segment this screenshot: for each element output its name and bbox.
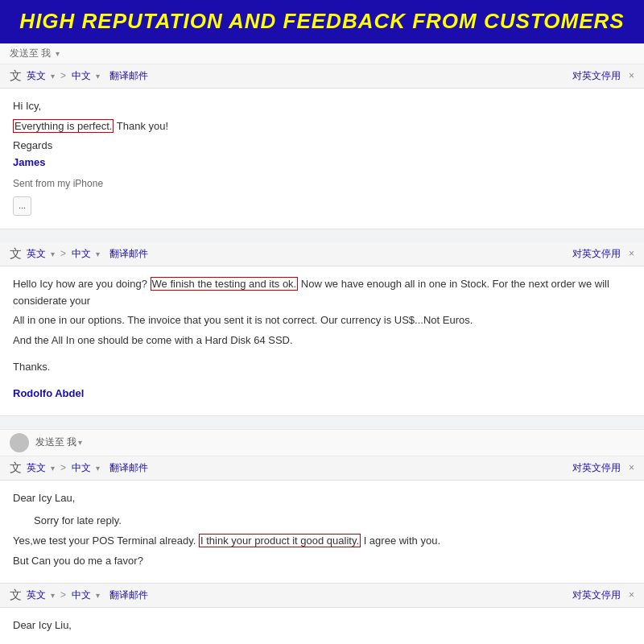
email4-how-are: How are you ? bbox=[13, 641, 631, 644]
email1-header: 发送至 我 ▾ bbox=[0, 43, 644, 64]
to-lang-4[interactable]: 中文 bbox=[72, 588, 91, 602]
email3-line2-before: Yes,we test your POS Terminal already. bbox=[13, 535, 199, 547]
email3-greeting: Dear Icy Lau, bbox=[13, 490, 631, 507]
email3-sorry-text: Sorry for late reply. bbox=[34, 514, 122, 526]
disable-btn-1[interactable]: 对英文停用 bbox=[572, 69, 621, 83]
translate-btn-2[interactable]: 翻译邮件 bbox=[109, 247, 148, 261]
send-to-dropdown-3[interactable]: ▾ bbox=[78, 438, 82, 447]
translate-icon-4: 文 bbox=[10, 588, 22, 603]
email1-ellipsis[interactable]: ... bbox=[13, 196, 31, 216]
email2-sender-name: Rodolfo Abdel bbox=[13, 387, 84, 399]
to-lang-3[interactable]: 中文 bbox=[72, 461, 91, 475]
disable-btn-3[interactable]: 对英文停用 bbox=[572, 461, 621, 475]
page-banner: HIGH REPUTATION AND FEEDBACK FROM CUSTOM… bbox=[0, 0, 644, 43]
email3-send-row: 发送至 我 ▾ bbox=[0, 429, 644, 456]
from-lang-1[interactable]: 英文 bbox=[27, 69, 46, 83]
email3-translate-bar: 文 英文 ▾ > 中文 ▾ 翻译邮件 对英文停用 × bbox=[0, 456, 644, 481]
translate-btn-3[interactable]: 翻译邮件 bbox=[109, 461, 148, 475]
translate-icon-2: 文 bbox=[10, 246, 22, 262]
divider-2 bbox=[0, 416, 644, 429]
to-lang-dropdown-3[interactable]: ▾ bbox=[96, 464, 100, 473]
email1-greeting: Hi Icy, bbox=[13, 98, 631, 115]
email2-translate-bar: 文 英文 ▾ > 中文 ▾ 翻译邮件 对英文停用 × bbox=[0, 242, 644, 266]
avatar-3 bbox=[10, 433, 29, 452]
translate-btn-4[interactable]: 翻译邮件 bbox=[109, 588, 148, 602]
close-translate-4[interactable]: × bbox=[629, 589, 634, 601]
close-translate-3[interactable]: × bbox=[629, 462, 634, 473]
email1-regards: Regards bbox=[13, 138, 631, 155]
email3-sorry: Sorry for late reply. bbox=[13, 513, 631, 530]
translate-btn-1[interactable]: 翻译邮件 bbox=[109, 69, 148, 83]
translate-icon-1: 文 bbox=[10, 68, 22, 84]
email3-body: Dear Icy Lau, Sorry for late reply. Yes,… bbox=[0, 481, 644, 583]
lang-arrow-4: > bbox=[60, 589, 66, 601]
email3-line3: But Can you do me a favor? bbox=[13, 553, 631, 570]
email1-sender: James bbox=[13, 155, 631, 171]
email2-body: Hello Icy how are you doing? We finish t… bbox=[0, 266, 644, 415]
email1-line1-after: Thank you! bbox=[114, 120, 168, 132]
email-section-4: 文 英文 ▾ > 中文 ▾ 翻译邮件 对英文停用 × Dear Icy Liu,… bbox=[0, 584, 644, 644]
email2-line3: And the All In one should be come with a… bbox=[13, 332, 631, 349]
from-lang-dropdown-3[interactable]: ▾ bbox=[51, 464, 55, 473]
email1-line1: Everything is perfect. Thank you! bbox=[13, 118, 631, 135]
email1-translate-bar: 文 英文 ▾ > 中文 ▾ 翻译邮件 对英文停用 × bbox=[0, 64, 644, 89]
send-to-label-3: 发送至 我 bbox=[35, 436, 76, 449]
email1-sent-from: Sent from my iPhone bbox=[13, 176, 631, 192]
email3-line2: Yes,we test your POS Terminal already. I… bbox=[13, 533, 631, 550]
from-lang-3[interactable]: 英文 bbox=[27, 461, 46, 475]
divider-1 bbox=[0, 229, 644, 242]
disable-btn-2[interactable]: 对英文停用 bbox=[572, 247, 621, 261]
email1-sender-name: James bbox=[13, 156, 45, 168]
email2-highlight: We finish the testing and its ok. bbox=[151, 277, 299, 291]
email2-line1-before: Hello Icy how are you doing? bbox=[13, 278, 151, 290]
translate-icon-3: 文 bbox=[10, 460, 22, 476]
email4-body: Dear Icy Liu, How are you ? Thanks for y… bbox=[0, 608, 644, 644]
banner-text: HIGH REPUTATION AND FEEDBACK FROM CUSTOM… bbox=[19, 9, 624, 33]
to-lang-dropdown-1[interactable]: ▾ bbox=[96, 72, 100, 80]
email3-line2-after: I agree with you. bbox=[361, 535, 440, 547]
email2-line1: Hello Icy how are you doing? We finish t… bbox=[13, 276, 631, 310]
email3-highlight: I think your product it good quality. bbox=[199, 534, 361, 547]
from-lang-dropdown-2[interactable]: ▾ bbox=[51, 250, 55, 258]
from-lang-dropdown-4[interactable]: ▾ bbox=[51, 591, 55, 600]
send-to-dropdown-1[interactable]: ▾ bbox=[56, 49, 60, 58]
email2-thanks: Thanks. bbox=[13, 359, 631, 376]
lang-arrow-2: > bbox=[60, 248, 66, 259]
email4-greeting: Dear Icy Liu, bbox=[13, 617, 631, 634]
disable-btn-4[interactable]: 对英文停用 bbox=[572, 588, 621, 602]
from-lang-4[interactable]: 英文 bbox=[27, 588, 46, 602]
email2-line2: All in one in our options. The invoice t… bbox=[13, 312, 631, 329]
email1-body: Hi Icy, Everything is perfect. Thank you… bbox=[0, 89, 644, 229]
to-lang-dropdown-2[interactable]: ▾ bbox=[96, 250, 100, 258]
email-section-1: 发送至 我 ▾ 文 英文 ▾ > 中文 ▾ 翻译邮件 对英文停用 × Hi Ic… bbox=[0, 43, 644, 229]
to-lang-dropdown-4[interactable]: ▾ bbox=[96, 591, 100, 600]
email-section-2: 文 英文 ▾ > 中文 ▾ 翻译邮件 对英文停用 × Hello Icy how… bbox=[0, 242, 644, 416]
send-to-label-1: 发送至 我 bbox=[10, 47, 51, 60]
email4-translate-bar: 文 英文 ▾ > 中文 ▾ 翻译邮件 对英文停用 × bbox=[0, 584, 644, 608]
from-lang-2[interactable]: 英文 bbox=[27, 247, 46, 261]
close-translate-2[interactable]: × bbox=[629, 248, 634, 259]
email1-highlight: Everything is perfect. bbox=[13, 119, 114, 133]
lang-arrow-3: > bbox=[60, 462, 66, 473]
email2-sender: Rodolfo Abdel bbox=[13, 386, 631, 402]
lang-arrow-1: > bbox=[60, 70, 66, 81]
from-lang-dropdown-1[interactable]: ▾ bbox=[51, 72, 55, 80]
to-lang-1[interactable]: 中文 bbox=[72, 69, 91, 83]
email-section-3: 发送至 我 ▾ 文 英文 ▾ > 中文 ▾ 翻译邮件 对英文停用 × Dear … bbox=[0, 429, 644, 584]
to-lang-2[interactable]: 中文 bbox=[72, 247, 91, 261]
close-translate-1[interactable]: × bbox=[629, 70, 634, 81]
